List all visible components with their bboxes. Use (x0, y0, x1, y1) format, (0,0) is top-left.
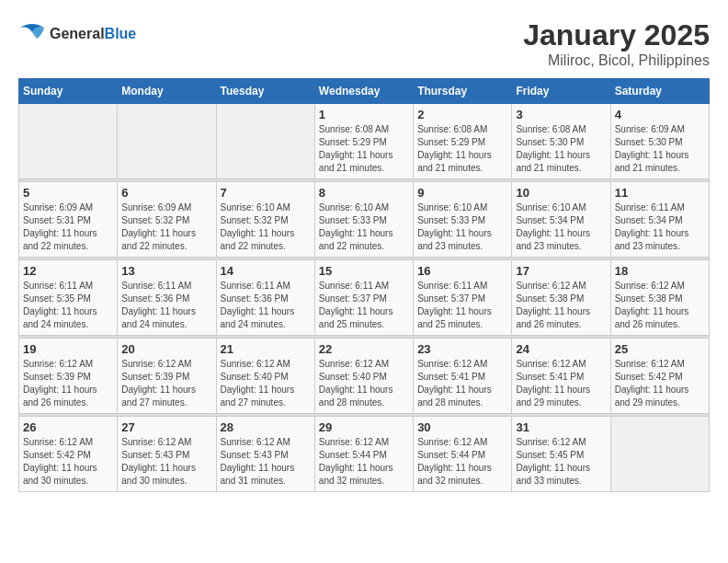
table-row (610, 417, 709, 492)
table-row: 29Sunrise: 6:12 AMSunset: 5:44 PMDayligh… (314, 417, 413, 492)
table-row: 20Sunrise: 6:12 AMSunset: 5:39 PMDayligh… (118, 339, 216, 414)
table-row: 16Sunrise: 6:11 AMSunset: 5:37 PMDayligh… (414, 260, 512, 336)
day-number: 13 (121, 264, 211, 278)
day-info: Sunrise: 6:12 AMSunset: 5:39 PMDaylight:… (23, 358, 113, 409)
header: GeneralBlue January 2025 Miliroc, Bicol,… (18, 18, 710, 69)
day-number: 8 (319, 186, 409, 200)
table-row: 30Sunrise: 6:12 AMSunset: 5:44 PMDayligh… (414, 417, 512, 492)
table-row (216, 104, 314, 179)
header-tuesday: Tuesday (216, 79, 314, 104)
table-row: 7Sunrise: 6:10 AMSunset: 5:32 PMDaylight… (216, 182, 314, 258)
calendar-table: Sunday Monday Tuesday Wednesday Thursday… (18, 78, 710, 492)
day-info: Sunrise: 6:12 AMSunset: 5:43 PMDaylight:… (121, 436, 211, 488)
header-thursday: Thursday (414, 79, 512, 104)
title-section: January 2025 Miliroc, Bicol, Philippines (523, 18, 710, 69)
day-number: 1 (319, 108, 409, 121)
header-sunday: Sunday (19, 79, 118, 104)
table-row: 15Sunrise: 6:11 AMSunset: 5:37 PMDayligh… (314, 260, 413, 336)
day-number: 25 (615, 342, 705, 356)
table-row: 31Sunrise: 6:12 AMSunset: 5:45 PMDayligh… (512, 417, 610, 492)
day-number: 31 (516, 420, 606, 434)
table-row: 8Sunrise: 6:10 AMSunset: 5:33 PMDaylight… (314, 182, 413, 258)
table-row: 11Sunrise: 6:11 AMSunset: 5:34 PMDayligh… (610, 182, 709, 258)
page-title: January 2025 (523, 18, 710, 52)
logo-icon (18, 18, 46, 50)
calendar-header-row: Sunday Monday Tuesday Wednesday Thursday… (19, 79, 710, 104)
table-row: 5Sunrise: 6:09 AMSunset: 5:31 PMDaylight… (19, 182, 118, 258)
day-info: Sunrise: 6:11 AMSunset: 5:37 PMDaylight:… (319, 280, 409, 331)
table-row: 10Sunrise: 6:10 AMSunset: 5:34 PMDayligh… (512, 182, 610, 258)
table-row: 9Sunrise: 6:10 AMSunset: 5:33 PMDaylight… (414, 182, 512, 258)
calendar-week-row: 5Sunrise: 6:09 AMSunset: 5:31 PMDaylight… (19, 182, 710, 258)
table-row: 17Sunrise: 6:12 AMSunset: 5:38 PMDayligh… (512, 260, 610, 336)
table-row: 4Sunrise: 6:09 AMSunset: 5:30 PMDaylight… (610, 104, 709, 179)
table-row: 21Sunrise: 6:12 AMSunset: 5:40 PMDayligh… (216, 339, 314, 414)
day-number: 12 (23, 264, 113, 278)
day-number: 22 (319, 342, 409, 356)
day-number: 30 (417, 420, 507, 434)
day-info: Sunrise: 6:12 AMSunset: 5:40 PMDaylight:… (221, 358, 311, 409)
day-info: Sunrise: 6:11 AMSunset: 5:37 PMDaylight:… (417, 280, 507, 331)
day-info: Sunrise: 6:11 AMSunset: 5:36 PMDaylight:… (121, 280, 211, 331)
table-row (19, 104, 118, 179)
day-number: 14 (221, 264, 311, 278)
day-number: 18 (615, 264, 705, 278)
calendar-week-row: 1Sunrise: 6:08 AMSunset: 5:29 PMDaylight… (19, 104, 710, 179)
day-number: 26 (23, 420, 113, 434)
day-info: Sunrise: 6:11 AMSunset: 5:35 PMDaylight:… (23, 280, 113, 331)
day-number: 5 (23, 186, 113, 200)
day-number: 27 (121, 420, 211, 434)
day-info: Sunrise: 6:10 AMSunset: 5:33 PMDaylight:… (319, 201, 409, 253)
day-number: 15 (319, 264, 409, 278)
day-info: Sunrise: 6:11 AMSunset: 5:34 PMDaylight:… (615, 201, 705, 253)
header-wednesday: Wednesday (314, 79, 413, 104)
day-info: Sunrise: 6:11 AMSunset: 5:36 PMDaylight:… (221, 280, 311, 331)
day-number: 7 (221, 186, 311, 200)
header-saturday: Saturday (610, 79, 709, 104)
day-info: Sunrise: 6:10 AMSunset: 5:32 PMDaylight:… (221, 201, 311, 253)
table-row: 18Sunrise: 6:12 AMSunset: 5:38 PMDayligh… (610, 260, 709, 336)
day-number: 17 (516, 264, 606, 278)
table-row: 6Sunrise: 6:09 AMSunset: 5:32 PMDaylight… (118, 182, 216, 258)
day-number: 6 (121, 186, 211, 200)
logo-blue: Blue (105, 26, 137, 41)
day-number: 11 (615, 186, 705, 200)
header-friday: Friday (512, 79, 610, 104)
table-row: 13Sunrise: 6:11 AMSunset: 5:36 PMDayligh… (118, 260, 216, 336)
day-number: 10 (516, 186, 606, 200)
logo: GeneralBlue (18, 18, 136, 50)
day-info: Sunrise: 6:09 AMSunset: 5:30 PMDaylight:… (615, 123, 705, 175)
table-row: 3Sunrise: 6:08 AMSunset: 5:30 PMDaylight… (512, 104, 610, 179)
table-row: 2Sunrise: 6:08 AMSunset: 5:29 PMDaylight… (414, 104, 512, 179)
table-row: 22Sunrise: 6:12 AMSunset: 5:40 PMDayligh… (314, 339, 413, 414)
day-info: Sunrise: 6:12 AMSunset: 5:38 PMDaylight:… (615, 280, 705, 331)
day-number: 2 (417, 108, 507, 121)
day-number: 20 (121, 342, 211, 356)
day-info: Sunrise: 6:08 AMSunset: 5:29 PMDaylight:… (319, 123, 409, 175)
table-row: 27Sunrise: 6:12 AMSunset: 5:43 PMDayligh… (118, 417, 216, 492)
day-number: 21 (221, 342, 311, 356)
table-row: 1Sunrise: 6:08 AMSunset: 5:29 PMDaylight… (314, 104, 413, 179)
table-row: 12Sunrise: 6:11 AMSunset: 5:35 PMDayligh… (19, 260, 118, 336)
day-info: Sunrise: 6:12 AMSunset: 5:44 PMDaylight:… (417, 436, 507, 488)
table-row: 19Sunrise: 6:12 AMSunset: 5:39 PMDayligh… (19, 339, 118, 414)
day-info: Sunrise: 6:09 AMSunset: 5:31 PMDaylight:… (23, 201, 113, 253)
table-row: 23Sunrise: 6:12 AMSunset: 5:41 PMDayligh… (414, 339, 512, 414)
day-info: Sunrise: 6:12 AMSunset: 5:40 PMDaylight:… (319, 358, 409, 409)
day-info: Sunrise: 6:12 AMSunset: 5:41 PMDaylight:… (516, 358, 606, 409)
logo-general: General (50, 26, 105, 41)
day-info: Sunrise: 6:12 AMSunset: 5:45 PMDaylight:… (516, 436, 606, 488)
day-number: 16 (417, 264, 507, 278)
day-number: 19 (23, 342, 113, 356)
table-row: 14Sunrise: 6:11 AMSunset: 5:36 PMDayligh… (216, 260, 314, 336)
header-monday: Monday (118, 79, 216, 104)
calendar-week-row: 19Sunrise: 6:12 AMSunset: 5:39 PMDayligh… (19, 339, 710, 414)
day-number: 9 (417, 186, 507, 200)
day-info: Sunrise: 6:12 AMSunset: 5:42 PMDaylight:… (23, 436, 113, 488)
day-number: 3 (516, 108, 606, 121)
day-info: Sunrise: 6:12 AMSunset: 5:44 PMDaylight:… (319, 436, 409, 488)
day-info: Sunrise: 6:09 AMSunset: 5:32 PMDaylight:… (121, 201, 211, 253)
table-row: 26Sunrise: 6:12 AMSunset: 5:42 PMDayligh… (19, 417, 118, 492)
logo-text: GeneralBlue (50, 26, 136, 42)
day-info: Sunrise: 6:12 AMSunset: 5:42 PMDaylight:… (615, 358, 705, 409)
